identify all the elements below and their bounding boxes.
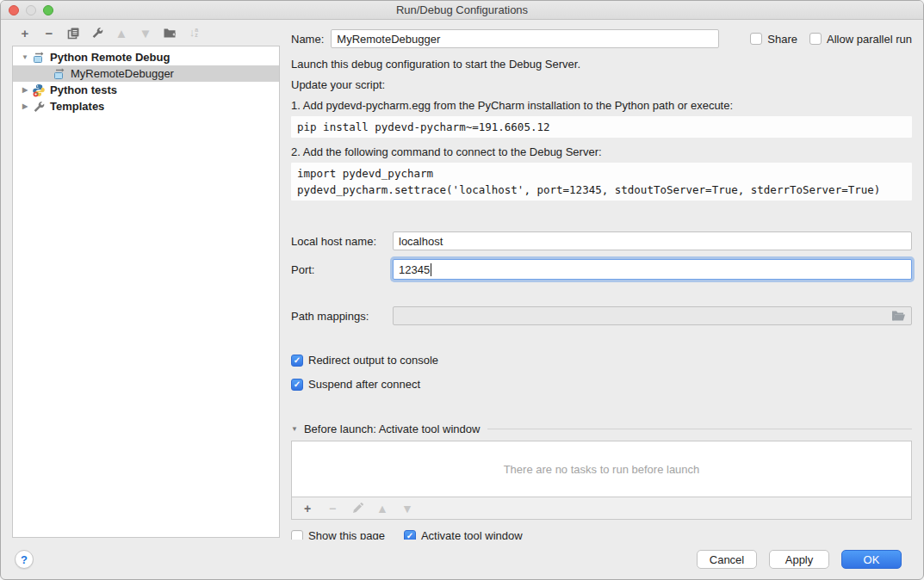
allow-parallel-run-checkbox[interactable] bbox=[809, 33, 822, 45]
before-launch-section-header[interactable]: ▼ Before launch: Activate tool window bbox=[291, 423, 912, 435]
redirect-output-label: Redirect output to console bbox=[308, 354, 438, 367]
configurations-sidebar: + − ▲ ▼ ↓ az bbox=[1, 20, 280, 540]
share-checkbox[interactable] bbox=[750, 33, 762, 45]
section-divider bbox=[487, 429, 912, 429]
remove-configuration-icon[interactable]: − bbox=[42, 26, 56, 40]
path-mappings-label: Path mappings: bbox=[291, 310, 393, 323]
tree-item-templates[interactable]: ▶ Templates bbox=[13, 98, 279, 114]
help-button[interactable]: ? bbox=[15, 550, 34, 569]
close-window-button[interactable] bbox=[9, 5, 19, 15]
expand-arrow-icon[interactable]: ▶ bbox=[18, 86, 32, 94]
move-up-icon[interactable]: ▲ bbox=[115, 26, 128, 40]
local-host-name-label: Local host name: bbox=[291, 235, 393, 248]
python-tests-icon bbox=[32, 83, 46, 97]
move-task-up-icon[interactable]: ▲ bbox=[375, 502, 389, 515]
edit-templates-wrench-icon[interactable] bbox=[90, 26, 104, 40]
port-input[interactable]: 12345 bbox=[393, 259, 912, 280]
titlebar[interactable]: Run/Debug Configurations bbox=[1, 1, 923, 20]
step2-text: 2. Add the following command to connect … bbox=[291, 145, 912, 158]
allow-parallel-run-label: Allow parallel run bbox=[827, 33, 912, 46]
intro-text: Launch this debug configuration to start… bbox=[291, 58, 912, 71]
expand-arrow-icon[interactable]: ▶ bbox=[18, 102, 32, 110]
suspend-after-connect-label: Suspend after connect bbox=[308, 378, 420, 391]
collapse-arrow-icon[interactable]: ▼ bbox=[18, 53, 32, 61]
activate-tool-window-label: Activate tool window bbox=[421, 529, 523, 540]
name-input[interactable]: MyRemoteDebugger bbox=[331, 29, 719, 48]
help-icon: ? bbox=[21, 553, 28, 566]
path-mappings-input[interactable] bbox=[393, 306, 912, 325]
edit-task-pencil-icon[interactable] bbox=[350, 502, 364, 515]
browse-folder-icon[interactable] bbox=[891, 310, 906, 322]
move-down-icon[interactable]: ▼ bbox=[139, 26, 152, 40]
activate-tool-window-checkbox[interactable] bbox=[404, 530, 416, 540]
tree-item-label: MyRemoteDebugger bbox=[71, 67, 174, 80]
ok-button[interactable]: OK bbox=[841, 550, 902, 569]
traffic-lights bbox=[9, 5, 53, 15]
text-caret bbox=[431, 263, 431, 276]
tree-item-label: Python Remote Debug bbox=[50, 51, 170, 64]
before-launch-title: Before launch: Activate tool window bbox=[304, 423, 481, 435]
tree-item-python-remote-debug[interactable]: ▼ Python Remote Debug bbox=[13, 49, 279, 65]
run-config-icon bbox=[53, 67, 66, 81]
minimize-window-button[interactable] bbox=[26, 5, 36, 15]
sidebar-toolbar: + − ▲ ▼ ↓ az bbox=[12, 20, 280, 46]
local-host-name-input[interactable]: localhost bbox=[393, 231, 912, 250]
dialog-footer: ? Cancel Apply OK bbox=[1, 540, 923, 579]
window-title: Run/Debug Configurations bbox=[396, 3, 528, 16]
remove-task-icon[interactable]: − bbox=[326, 502, 339, 515]
show-this-page-checkbox[interactable] bbox=[291, 530, 303, 540]
add-task-icon[interactable]: + bbox=[301, 502, 314, 515]
before-launch-task-list[interactable]: There are no tasks to run before launch bbox=[291, 441, 912, 497]
configurations-tree: ▼ Python Remote Debug MyRemoteDebugger ▶ bbox=[12, 46, 280, 538]
tree-item-label: Python tests bbox=[50, 83, 117, 96]
add-configuration-icon[interactable]: + bbox=[18, 26, 32, 40]
configuration-form: Name: MyRemoteDebugger Share Allow paral… bbox=[280, 20, 923, 540]
apply-button[interactable]: Apply bbox=[769, 550, 829, 569]
share-label: Share bbox=[767, 33, 797, 46]
new-folder-icon[interactable] bbox=[163, 26, 177, 40]
pip-install-code: pip install pydevd-pycharm~=191.6605.12 bbox=[291, 116, 912, 138]
templates-wrench-icon bbox=[32, 100, 46, 114]
redirect-output-checkbox[interactable] bbox=[291, 355, 303, 367]
run-config-icon bbox=[32, 51, 46, 65]
update-script-text: Update your script: bbox=[291, 78, 912, 91]
copy-configuration-icon[interactable] bbox=[66, 26, 80, 40]
suspend-after-connect-checkbox[interactable] bbox=[291, 379, 303, 391]
collapse-section-icon[interactable]: ▼ bbox=[291, 425, 298, 433]
task-list-toolbar: + − ▲ ▼ bbox=[291, 497, 912, 520]
step1-text: 1. Add pydevd-pycharm.egg from the PyCha… bbox=[291, 99, 912, 112]
sort-alphabetically-icon[interactable]: ↓ az bbox=[187, 26, 201, 40]
tree-item-python-tests[interactable]: ▶ Python tests bbox=[13, 82, 279, 98]
empty-task-list-text: There are no tasks to run before launch bbox=[504, 463, 700, 476]
show-this-page-label: Show this page bbox=[308, 529, 385, 540]
port-label: Port: bbox=[291, 263, 393, 276]
cancel-button[interactable]: Cancel bbox=[697, 550, 757, 569]
zoom-window-button[interactable] bbox=[43, 5, 53, 15]
tree-item-label: Templates bbox=[50, 100, 104, 113]
tree-item-myremotedebugger[interactable]: MyRemoteDebugger bbox=[13, 65, 279, 82]
move-task-down-icon[interactable]: ▼ bbox=[400, 502, 414, 515]
settrace-code: import pydevd_pycharm pydevd_pycharm.set… bbox=[291, 163, 912, 201]
run-debug-configurations-dialog: Run/Debug Configurations + − ▲ ▼ bbox=[0, 0, 924, 580]
name-label: Name: bbox=[291, 33, 324, 46]
